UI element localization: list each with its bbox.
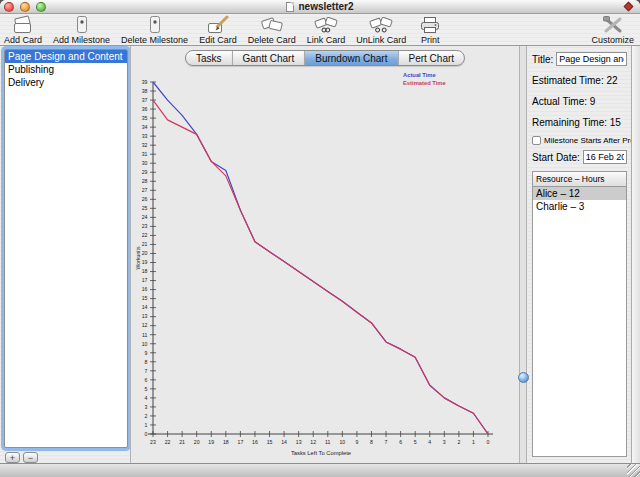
toolbar-label: Add Card (4, 35, 42, 45)
resource-row[interactable]: Charlie – 3 (533, 200, 626, 213)
svg-text:6: 6 (145, 377, 148, 383)
add-milestone-button[interactable]: Add Milestone (53, 15, 110, 45)
svg-text:18: 18 (142, 268, 148, 274)
edit-card-button[interactable]: Edit Card (199, 15, 237, 45)
svg-text:28: 28 (142, 178, 148, 184)
estimated-time-text: Estimated Time: 22 (532, 75, 627, 86)
delete-milestone-button[interactable]: Delete Milestone (121, 15, 188, 45)
svg-text:14: 14 (142, 304, 148, 310)
status-bar (0, 463, 640, 477)
svg-text:24: 24 (142, 214, 148, 220)
svg-text:23: 23 (142, 223, 148, 229)
toolbar-label: Delete Card (248, 35, 296, 45)
svg-text:30: 30 (142, 160, 148, 166)
milestone-item[interactable]: Publishing (5, 63, 127, 76)
close-button[interactable] (4, 2, 14, 12)
tab-gantt-chart[interactable]: Gantt Chart (232, 51, 305, 65)
svg-text:13: 13 (296, 439, 302, 445)
svg-text:8: 8 (145, 359, 148, 365)
toolbar-left-group: Add Card Add Milestone (4, 15, 443, 45)
svg-text:10: 10 (339, 439, 345, 445)
resource-table-body[interactable]: Alice – 12 Charlie – 3 (533, 187, 626, 456)
svg-text:26: 26 (142, 196, 148, 202)
start-date-input[interactable] (583, 150, 627, 164)
title-wrap: newsletter2 (286, 1, 353, 12)
zoom-button[interactable] (36, 2, 46, 12)
svg-text:2: 2 (145, 413, 148, 419)
resize-grip[interactable] (627, 464, 640, 477)
actual-time-value: 9 (590, 96, 596, 107)
inspector-scrollbar[interactable] (631, 46, 640, 463)
tab-burndown-chart[interactable]: Burndown Chart (304, 51, 397, 65)
title-input[interactable] (556, 52, 627, 66)
svg-text:1: 1 (472, 439, 475, 445)
svg-text:5: 5 (414, 439, 417, 445)
toolbar-label: Link Card (307, 35, 346, 45)
traffic-lights (4, 2, 46, 12)
svg-text:31: 31 (142, 151, 148, 157)
print-button[interactable]: Print (417, 15, 443, 45)
customize-button[interactable]: Customize (591, 15, 634, 45)
link-card-button[interactable]: Link Card (307, 15, 346, 45)
svg-text:Workunits: Workunits (135, 246, 141, 269)
milestone-item[interactable]: Page Design and Content (5, 50, 127, 63)
svg-text:0: 0 (145, 431, 148, 437)
milestone-starts-checkbox-label: Milestone Starts After Previous (544, 136, 640, 145)
svg-text:36: 36 (142, 106, 148, 112)
svg-text:16: 16 (142, 286, 148, 292)
svg-text:33: 33 (142, 133, 148, 139)
document-icon (286, 2, 294, 12)
svg-text:35: 35 (142, 115, 148, 121)
list-controls: + − (5, 452, 128, 463)
window-title: newsletter2 (298, 1, 353, 12)
remaining-time-value: 15 (610, 117, 621, 128)
svg-text:10: 10 (142, 341, 148, 347)
burndown-chart: 0123456789101112131415161718192021222324… (131, 46, 519, 463)
svg-text:17: 17 (142, 277, 148, 283)
remaining-time-text: Remaining Time: 15 (532, 117, 627, 128)
toolbar: Add Card Add Milestone (0, 14, 640, 46)
panel-splitter[interactable] (520, 46, 527, 463)
add-card-button[interactable]: Add Card (4, 15, 42, 45)
linked-cards-icon (313, 15, 339, 35)
svg-text:37: 37 (142, 97, 148, 103)
svg-text:39: 39 (142, 79, 148, 85)
svg-text:2: 2 (457, 439, 460, 445)
titlebar[interactable]: newsletter2 (0, 0, 640, 14)
svg-text:22: 22 (165, 439, 171, 445)
svg-text:21: 21 (142, 241, 148, 247)
svg-text:13: 13 (142, 313, 148, 319)
svg-text:3: 3 (145, 404, 148, 410)
unlink-card-button[interactable]: UnLink Card (356, 15, 406, 45)
delete-card-button[interactable]: Delete Card (248, 15, 296, 45)
milestone-list[interactable]: Page Design and Content Publishing Deliv… (4, 49, 128, 448)
svg-text:4: 4 (145, 395, 148, 401)
card-stack-icon (10, 15, 36, 35)
resource-table-header[interactable]: Resource – Hours (533, 172, 626, 187)
svg-text:14: 14 (281, 439, 287, 445)
svg-text:7: 7 (145, 368, 148, 374)
milestone-starts-checkbox[interactable] (532, 136, 541, 145)
svg-text:4: 4 (428, 439, 431, 445)
splitter-handle-icon[interactable] (518, 372, 529, 383)
tab-tasks[interactable]: Tasks (186, 51, 232, 65)
resource-row[interactable]: Alice – 12 (533, 187, 626, 200)
milestone-item[interactable]: Delivery (5, 76, 127, 89)
milestone-icon (142, 15, 168, 35)
svg-text:Actual Time: Actual Time (403, 72, 437, 78)
toolbar-label: Customize (591, 35, 634, 45)
svg-text:25: 25 (142, 205, 148, 211)
svg-text:29: 29 (142, 169, 148, 175)
svg-text:22: 22 (142, 232, 148, 238)
milestone-icon (69, 15, 95, 35)
minimize-button[interactable] (20, 2, 30, 12)
add-list-item-button[interactable]: + (5, 452, 20, 463)
remove-list-item-button[interactable]: − (23, 452, 38, 463)
tab-pert-chart[interactable]: Pert Chart (397, 51, 464, 65)
chart-panel: Tasks Gantt Chart Burndown Chart Pert Ch… (130, 46, 520, 463)
two-cards-icon (259, 15, 285, 35)
svg-text:38: 38 (142, 88, 148, 94)
svg-text:20: 20 (194, 439, 200, 445)
svg-text:15: 15 (267, 439, 273, 445)
svg-text:5: 5 (145, 386, 148, 392)
